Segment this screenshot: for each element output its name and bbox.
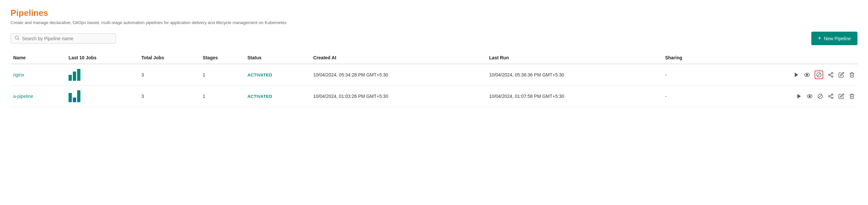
bar (68, 75, 72, 81)
toolbar: + New Pipeline (10, 32, 858, 45)
svg-line-21 (830, 95, 831, 96)
search-container[interactable] (10, 33, 116, 43)
svg-point-18 (829, 95, 830, 97)
eye-icon[interactable] (804, 72, 810, 78)
created-at: 10/04/2024, 05:34:28 PM GMT+5:30 (311, 64, 487, 86)
svg-point-19 (831, 97, 833, 99)
share-icon[interactable] (828, 72, 834, 78)
svg-point-9 (831, 76, 833, 78)
status-badge: ACTIVATED (247, 94, 272, 99)
action-icons (714, 70, 855, 79)
trash-icon[interactable] (849, 72, 855, 78)
play-icon[interactable] (794, 72, 800, 78)
page-container: Pipelines Create and manage declarative,… (0, 0, 868, 205)
col-header-status: Status (245, 52, 311, 64)
svg-point-17 (831, 94, 833, 95)
svg-line-11 (830, 74, 831, 75)
edit-icon[interactable] (838, 72, 844, 78)
total-jobs: 3 (139, 86, 200, 107)
col-header-lastrun: Last Run (486, 52, 662, 64)
search-icon (15, 36, 20, 41)
svg-line-6 (817, 73, 821, 77)
action-icons (714, 93, 855, 99)
disable-icon[interactable] (817, 93, 823, 99)
table-row: nginx31ACTIVATED10/04/2024, 05:34:28 PM … (10, 64, 858, 86)
bar (73, 71, 76, 81)
created-at: 10/04/2024, 01:03:26 PM GMT+5:30 (311, 86, 487, 107)
new-pipeline-button[interactable]: + New Pipeline (811, 32, 858, 45)
col-header-name: Name (10, 52, 66, 64)
col-header-sharing: Sharing (662, 52, 711, 64)
sharing: - (662, 86, 711, 107)
table-header-row: Name Last 10 Jobs Total Jobs Stages Stat… (10, 52, 858, 64)
sharing: - (662, 64, 711, 86)
new-pipeline-label: New Pipeline (824, 36, 851, 41)
svg-point-4 (806, 74, 808, 76)
play-icon[interactable] (796, 93, 802, 99)
trash-icon[interactable] (849, 93, 855, 99)
search-input[interactable] (22, 36, 112, 41)
svg-line-20 (830, 96, 831, 97)
col-header-last10jobs: Last 10 Jobs (66, 52, 139, 64)
svg-marker-12 (798, 94, 801, 98)
edit-icon[interactable] (838, 93, 844, 99)
bar (68, 93, 72, 102)
page-subtitle: Create and manage declarative, GitOps ba… (10, 20, 858, 25)
col-header-createdat: Created At (311, 52, 487, 64)
share-icon[interactable] (828, 93, 834, 99)
page-header: Pipelines Create and manage declarative,… (10, 8, 858, 25)
svg-point-7 (831, 72, 833, 74)
last-run: 10/04/2024, 01:07:58 PM GMT+5:30 (486, 86, 662, 107)
col-header-totaljobs: Total Jobs (139, 52, 200, 64)
status-badge: ACTIVATED (247, 72, 272, 78)
eye-icon[interactable] (807, 93, 813, 99)
svg-line-16 (818, 95, 822, 98)
disable-icon[interactable] (815, 70, 823, 79)
last-run: 10/04/2024, 05:36:36 PM GMT+5:30 (486, 64, 662, 86)
stages: 1 (200, 86, 245, 107)
pipeline-name-link[interactable]: nginx (13, 72, 24, 78)
bar (77, 69, 81, 81)
col-header-actions (711, 52, 858, 64)
pipeline-name-link[interactable]: a-pipeline (13, 94, 33, 99)
svg-point-8 (829, 74, 830, 76)
pipelines-table: Name Last 10 Jobs Total Jobs Stages Stat… (10, 52, 858, 107)
page-title: Pipelines (10, 8, 858, 18)
col-header-stages: Stages (200, 52, 245, 64)
stages: 1 (200, 64, 245, 86)
svg-marker-2 (795, 72, 799, 77)
svg-point-14 (809, 95, 811, 97)
plus-icon: + (818, 35, 822, 42)
last-10-jobs-chart (66, 86, 139, 107)
total-jobs: 3 (139, 64, 200, 86)
table-row: a-pipeline31ACTIVATED10/04/2024, 01:03:2… (10, 86, 858, 107)
bar (73, 97, 76, 102)
svg-line-1 (18, 38, 19, 40)
last-10-jobs-chart (66, 64, 139, 86)
svg-line-10 (830, 75, 831, 76)
bar (77, 90, 81, 102)
